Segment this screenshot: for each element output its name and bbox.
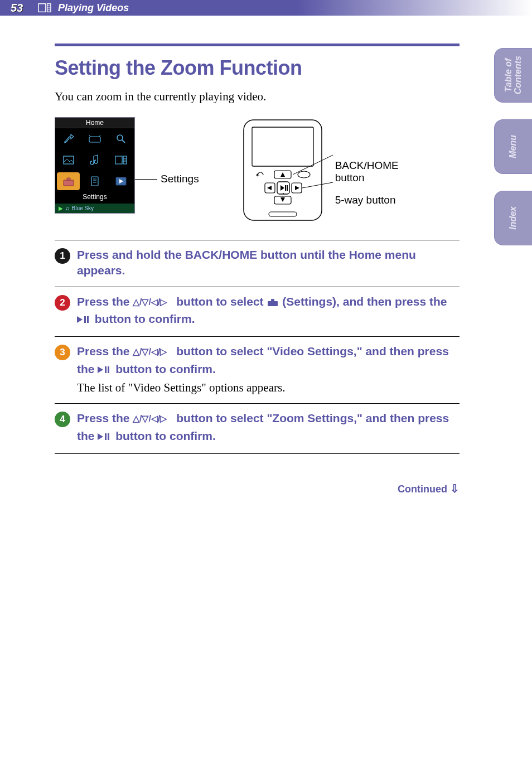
device-screen: Home Settings (55, 117, 135, 214)
playlist-icon (81, 171, 108, 192)
nav-icon: △/▽/◁/▷ (133, 345, 173, 361)
page-title: Setting the Zoom Function (55, 56, 460, 80)
nav-icon: △/▽/◁/▷ (133, 296, 173, 311)
search-icon (108, 128, 134, 149)
callout-line (135, 179, 157, 180)
svg-rect-5 (89, 137, 100, 142)
svg-marker-46 (77, 316, 83, 323)
step-3-part-c: button to confirm. (112, 362, 215, 375)
shuffle-icon (55, 128, 81, 149)
settings-highlight (55, 171, 81, 192)
step-1: 1 Press and hold the BACK/HOME button un… (55, 240, 460, 287)
down-arrow-icon: ⇩ (450, 482, 460, 495)
svg-rect-34 (287, 185, 288, 191)
svg-rect-51 (105, 366, 107, 373)
screen-title: Home (55, 118, 134, 128)
svg-line-42 (302, 182, 333, 188)
step-number-2: 2 (55, 295, 70, 311)
play-indicator-icon: ▶ (59, 205, 63, 211)
page-number: 53 (0, 2, 33, 14)
svg-point-28 (298, 171, 310, 178)
tab-menu[interactable]: Menu (494, 119, 532, 174)
continued: Continued ⇩ (55, 482, 460, 495)
svg-rect-22 (132, 211, 140, 215)
tab-label: Menu (509, 135, 518, 158)
toolbox-icon (267, 296, 279, 311)
step-3-plain: The list of "Video Settings" options app… (77, 380, 460, 395)
svg-rect-25 (252, 127, 313, 166)
svg-line-41 (293, 155, 333, 175)
svg-rect-8 (64, 156, 74, 164)
svg-marker-50 (98, 366, 103, 373)
side-tabs: Table of Contents Menu Index (494, 48, 532, 245)
svg-rect-24 (244, 120, 322, 220)
svg-rect-55 (105, 433, 107, 440)
label-five-way: 5-way button (332, 194, 399, 206)
svg-marker-37 (295, 186, 299, 190)
svg-rect-40 (269, 212, 297, 216)
svg-rect-14 (64, 180, 74, 186)
step-2-part-d: button to confirm. (91, 312, 195, 325)
svg-rect-9 (115, 156, 122, 164)
title-rule (55, 43, 460, 46)
chapter-title: Playing Videos (58, 2, 129, 14)
play-pause-icon (98, 430, 112, 446)
screen-label: Settings (55, 192, 134, 204)
five-way-label: 5-way button (335, 194, 396, 206)
play-pause-icon (77, 313, 91, 328)
step-number-3: 3 (55, 345, 70, 360)
svg-point-35 (283, 193, 284, 194)
step-number-4: 4 (55, 412, 70, 427)
svg-rect-48 (87, 316, 89, 323)
video-list-icon (108, 149, 134, 171)
tab-table-of-contents[interactable]: Table of Contents (494, 48, 532, 103)
continued-text: Continued (398, 483, 447, 495)
svg-rect-16 (91, 177, 98, 186)
callout-settings: Settings (135, 173, 199, 185)
nowplaying-title: Blue Sky (72, 205, 94, 211)
svg-point-6 (117, 135, 123, 141)
fm-icon (81, 128, 108, 149)
nowplaying-note: ♫ (65, 205, 70, 211)
callout-text: Settings (161, 173, 199, 185)
svg-rect-15 (67, 178, 70, 180)
step-2-part-a: Press the (77, 295, 133, 308)
step-4: 4 Press the △/▽/◁/▷ button to select "Zo… (55, 403, 460, 454)
svg-text:△/▽/◁/▷: △/▽/◁/▷ (132, 347, 167, 356)
svg-rect-47 (84, 316, 86, 323)
svg-marker-27 (280, 172, 285, 177)
figure-row: Home Settings (55, 117, 460, 223)
svg-rect-56 (108, 433, 109, 440)
main-content: Setting the Zoom Function You can zoom i… (55, 43, 460, 495)
step-number-1: 1 (55, 248, 70, 264)
step-3: 3 Press the △/▽/◁/▷ button to select "Vi… (55, 336, 460, 403)
device-outline (238, 117, 333, 223)
header-bar: 53 Playing Videos (0, 0, 532, 16)
step-1-text: Press and hold the BACK/HOME button unti… (77, 248, 416, 277)
header-gradient (298, 0, 532, 16)
back-home-label: BACK/HOME button (335, 159, 399, 184)
svg-rect-23 (140, 212, 141, 214)
video-icon (33, 3, 56, 12)
music-icon (81, 149, 108, 171)
svg-rect-44 (268, 301, 278, 306)
play-pause-icon (98, 363, 112, 379)
step-2-part-b: button to select (173, 295, 267, 308)
svg-rect-45 (271, 299, 274, 301)
step-2-part-c: (Settings), and then press the (279, 295, 447, 308)
svg-text:△/▽/◁/▷: △/▽/◁/▷ (132, 414, 167, 423)
svg-marker-39 (280, 197, 285, 202)
step-3-part-a: Press the (77, 345, 133, 357)
tab-label: Index (509, 206, 518, 230)
tab-index[interactable]: Index (494, 191, 532, 245)
step-4-part-a: Press the (77, 412, 133, 424)
screen-footer: ▶ ♫ Blue Sky (55, 204, 134, 213)
step-2: 2 Press the △/▽/◁/▷ button to select (Se… (55, 287, 460, 337)
svg-marker-30 (267, 186, 272, 190)
tab-label: Table of Contents (504, 56, 523, 94)
nav-icon: △/▽/◁/▷ (133, 412, 173, 428)
svg-rect-33 (285, 185, 286, 191)
svg-rect-0 (38, 4, 46, 12)
step-4-part-c: button to confirm. (112, 429, 215, 442)
photo-icon (55, 149, 81, 171)
